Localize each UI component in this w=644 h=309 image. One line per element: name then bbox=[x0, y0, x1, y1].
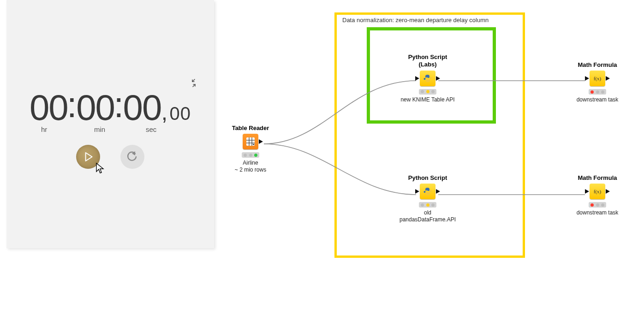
play-button[interactable] bbox=[76, 145, 100, 169]
seconds-value: 00 bbox=[123, 89, 161, 125]
annotation-yellow-label: Data normalization: zero-mean departure … bbox=[342, 17, 489, 24]
colon2: : bbox=[113, 87, 124, 123]
status-lights bbox=[242, 152, 259, 158]
node-math-formula-bottom[interactable]: Math Formula f(x) downstream task bbox=[565, 174, 630, 216]
node-title: Math Formula bbox=[565, 174, 630, 182]
status-lights bbox=[419, 202, 436, 208]
reset-button[interactable] bbox=[120, 145, 144, 169]
node-caption: downstream task bbox=[565, 96, 630, 103]
label-min: min bbox=[94, 125, 105, 133]
status-lights bbox=[589, 202, 606, 208]
node-title: Math Formula bbox=[565, 61, 630, 69]
node-title: Python Script (Labs) bbox=[395, 53, 460, 69]
hours-value: 00 bbox=[30, 89, 68, 125]
centiseconds-value: 00 bbox=[170, 103, 191, 124]
svg-text:f(x): f(x) bbox=[594, 189, 602, 195]
math-formula-icon: f(x) bbox=[590, 184, 605, 199]
node-caption: new KNIME Table API bbox=[395, 96, 460, 103]
node-table-reader[interactable]: Table Reader Airline ~ 2 mio rows bbox=[218, 125, 283, 173]
label-sec: sec bbox=[146, 125, 156, 133]
node-title: Table Reader bbox=[218, 125, 283, 132]
colon1: : bbox=[67, 87, 77, 123]
node-math-formula-top[interactable]: Math Formula f(x) downstream task bbox=[565, 61, 630, 103]
collapse-icon[interactable] bbox=[189, 78, 200, 89]
status-lights bbox=[589, 89, 606, 95]
python-icon bbox=[420, 184, 435, 199]
unit-labels: hr min sec bbox=[6, 125, 214, 135]
stopwatch-controls bbox=[6, 145, 214, 169]
label-hr: hr bbox=[41, 125, 47, 133]
svg-marker-2 bbox=[85, 153, 92, 161]
stopwatch-display: 00 : 00 : 00 , 00 bbox=[6, 89, 214, 125]
svg-text:f(x): f(x) bbox=[594, 76, 602, 82]
node-caption: Airline ~ 2 mio rows bbox=[218, 160, 283, 173]
node-python-old[interactable]: Python Script old pandasDataFrame.API bbox=[395, 174, 460, 223]
stopwatch-panel: 00 : 00 : 00 , 00 hr min sec bbox=[6, 0, 214, 248]
node-title: Python Script bbox=[395, 174, 460, 182]
table-reader-icon bbox=[243, 134, 258, 149]
comma: , bbox=[161, 100, 167, 125]
math-formula-icon: f(x) bbox=[590, 71, 605, 86]
node-caption: downstream task bbox=[565, 209, 630, 216]
node-python-labs[interactable]: Python Script (Labs) new KNIME Table API bbox=[395, 53, 460, 103]
status-lights bbox=[419, 89, 436, 95]
node-caption: old pandasDataFrame.API bbox=[395, 209, 460, 223]
python-icon bbox=[420, 71, 435, 86]
minutes-value: 00 bbox=[76, 89, 114, 125]
